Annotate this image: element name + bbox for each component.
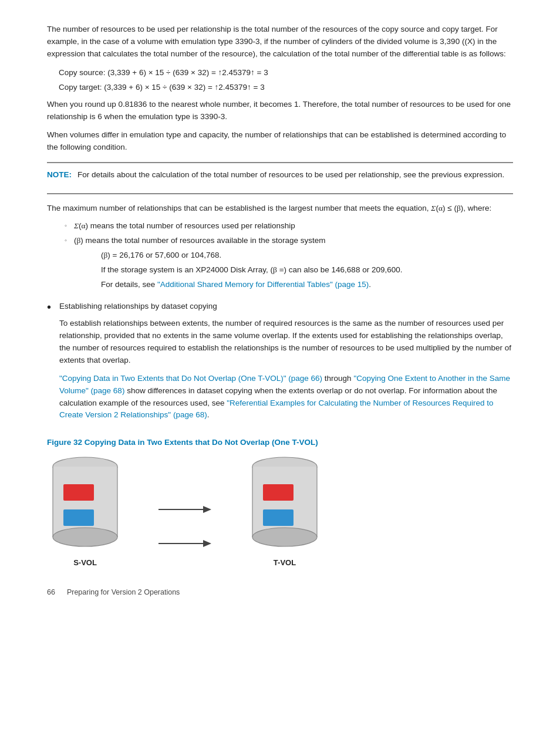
- svg-marker-10: [203, 540, 211, 547]
- tvol-svg: [247, 454, 323, 553]
- sub1-text: Σ(α) means the total number of resources…: [74, 220, 295, 232]
- link1[interactable]: "Copying Data in Two Extents that Do Not…: [59, 374, 322, 383]
- figure-area: S-VOL: [47, 454, 513, 567]
- note-text: For details about the calculation of the…: [77, 170, 504, 179]
- main-bullet-content: Establishing relationships by dataset co…: [59, 301, 513, 427]
- note-label: NOTE:: [47, 170, 72, 179]
- svol-svg: [47, 454, 123, 553]
- bullet-main-title: Establishing relationships by dataset co…: [59, 301, 513, 313]
- additional-shared-memory-link[interactable]: "Additional Shared Memory for Differenti…: [157, 280, 369, 289]
- note-content: NOTE:For details about the calculation o…: [47, 169, 513, 181]
- page: The number of resources to be used per r…: [0, 0, 560, 614]
- svg-point-2: [53, 528, 117, 546]
- circle-bullet-2: ◦: [65, 235, 67, 245]
- arrow-blue: [158, 538, 211, 549]
- p6-end: .: [207, 410, 210, 419]
- paragraph-3: When volumes differ in emulation type an…: [47, 129, 513, 154]
- svg-rect-1: [53, 467, 117, 537]
- sub2a: (β) = 26,176 or 57,600 or 104,768.: [101, 249, 403, 262]
- sub-item-1: ◦ Σ(α) means the total number of resourc…: [65, 220, 513, 232]
- paragraph-2: When you round up 0.81836 to the nearest…: [47, 99, 513, 123]
- svg-rect-5: [63, 484, 94, 501]
- figure-title: Figure 32 Copying Data in Two Extents th…: [47, 438, 513, 447]
- svg-rect-17: [263, 509, 294, 526]
- arrows-area: [158, 504, 211, 549]
- equation-list: ◦ Σ(α) means the total number of resourc…: [65, 220, 513, 293]
- sub2c: For details, see "Additional Shared Memo…: [101, 279, 403, 291]
- sub-item-2: ◦ (β) means the total number of resource…: [65, 235, 513, 293]
- main-bullet-dot: •: [47, 301, 51, 314]
- svg-point-13: [252, 528, 317, 546]
- paragraph-6: "Copying Data in Two Extents that Do Not…: [59, 373, 513, 422]
- footer-bar: 66 Preparing for Version 2 Operations: [47, 588, 513, 596]
- sub2-content: (β) means the total number of resources …: [74, 235, 403, 293]
- through-text: through: [322, 374, 353, 383]
- svg-marker-8: [203, 506, 211, 513]
- paragraph-1: The number of resources to be used per r…: [47, 23, 513, 60]
- arrow-red: [158, 504, 211, 515]
- tvol-cylinder: T-VOL: [247, 454, 323, 567]
- paragraph-5: To establish relationships between exten…: [59, 318, 513, 367]
- copy-source-line: Copy source: (3,339 + 6) × 15 ÷ (639 × 3…: [59, 66, 513, 79]
- copy-target-line: Copy target: (3,339 + 6) × 15 ÷ (639 × 3…: [59, 81, 513, 94]
- svol-cylinder: S-VOL: [47, 454, 123, 567]
- sub2b: If the storage system is an XP24000 Disk…: [101, 264, 403, 276]
- page-number: 66: [47, 588, 55, 596]
- note-box: NOTE:For details about the calculation o…: [47, 162, 513, 194]
- main-bullet-section: • Establishing relationships by dataset …: [47, 301, 513, 427]
- svg-rect-12: [252, 467, 317, 537]
- tvol-label: T-VOL: [274, 558, 296, 567]
- sub2-text: (β) means the total number of resources …: [74, 236, 326, 245]
- svol-label: S-VOL: [73, 558, 97, 567]
- svg-rect-6: [63, 509, 94, 526]
- circle-bullet-1: ◦: [65, 221, 67, 231]
- svg-rect-16: [263, 484, 294, 501]
- paragraph-4: The maximum number of relationships that…: [47, 202, 513, 215]
- footer-text: Preparing for Version 2 Operations: [67, 588, 180, 596]
